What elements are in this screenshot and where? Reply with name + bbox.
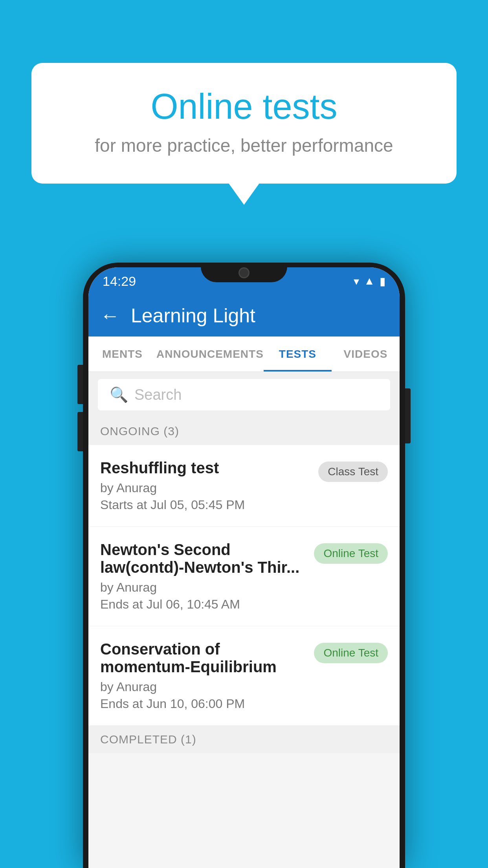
bubble-card: Online tests for more practice, better p… [31, 63, 457, 184]
test-item[interactable]: Reshuffling test by Anurag Starts at Jul… [88, 445, 400, 527]
test-badge: Online Test [314, 543, 388, 564]
volume-down-button [77, 412, 83, 451]
test-list: Reshuffling test by Anurag Starts at Jul… [88, 445, 400, 726]
search-box[interactable]: 🔍 Search [98, 379, 390, 410]
test-item[interactable]: Conservation of momentum-Equilibrium by … [88, 626, 400, 726]
back-button[interactable]: ← [100, 304, 120, 327]
test-by: by Anurag [100, 580, 306, 595]
test-info: Reshuffling test by Anurag Starts at Jul… [100, 459, 318, 512]
test-item[interactable]: Newton's Second law(contd)-Newton's Thir… [88, 527, 400, 626]
search-placeholder: Search [134, 386, 182, 403]
test-time: Starts at Jul 05, 05:45 PM [100, 498, 310, 512]
test-name: Newton's Second law(contd)-Newton's Thir… [100, 541, 306, 576]
phone-outer: 14:29 ▾ ▲ ▮ ← Learning Light MENTS ANNOU… [83, 263, 405, 868]
tab-announcements[interactable]: ANNOUNCEMENTS [156, 337, 264, 371]
status-icons: ▾ ▲ ▮ [354, 275, 385, 288]
completed-section-header: COMPLETED (1) [88, 726, 400, 753]
test-info: Newton's Second law(contd)-Newton's Thir… [100, 541, 314, 612]
tab-videos[interactable]: VIDEOS [332, 337, 400, 371]
bubble-title: Online tests [63, 86, 425, 127]
test-info: Conservation of momentum-Equilibrium by … [100, 640, 314, 711]
search-container: 🔍 Search [88, 372, 400, 417]
signal-icon: ▲ [364, 275, 375, 287]
power-button [405, 388, 411, 443]
test-name: Reshuffling test [100, 459, 310, 477]
test-badge: Class Test [318, 462, 388, 482]
phone-notch [201, 263, 287, 282]
tab-tests[interactable]: TESTS [264, 337, 332, 371]
tabs-bar: MENTS ANNOUNCEMENTS TESTS VIDEOS [88, 337, 400, 372]
test-name: Conservation of momentum-Equilibrium [100, 640, 306, 676]
test-by: by Anurag [100, 481, 310, 495]
phone-screen: 14:29 ▾ ▲ ▮ ← Learning Light MENTS ANNOU… [88, 267, 400, 868]
test-by: by Anurag [100, 680, 306, 694]
status-time: 14:29 [103, 274, 136, 289]
test-time: Ends at Jun 10, 06:00 PM [100, 697, 306, 711]
app-bar: ← Learning Light [88, 295, 400, 337]
battery-icon: ▮ [380, 275, 385, 288]
app-title: Learning Light [131, 304, 255, 327]
bubble-subtitle: for more practice, better performance [63, 135, 425, 156]
volume-up-button [77, 365, 83, 404]
camera-icon [238, 267, 250, 278]
promo-bubble: Online tests for more practice, better p… [31, 63, 457, 184]
ongoing-section-header: ONGOING (3) [88, 417, 400, 445]
test-time: Ends at Jul 06, 10:45 AM [100, 597, 306, 612]
tab-ments[interactable]: MENTS [88, 337, 156, 371]
phone-frame: 14:29 ▾ ▲ ▮ ← Learning Light MENTS ANNOU… [83, 263, 405, 868]
test-badge: Online Test [314, 643, 388, 663]
wifi-icon: ▾ [354, 275, 359, 288]
search-icon: 🔍 [110, 386, 128, 403]
